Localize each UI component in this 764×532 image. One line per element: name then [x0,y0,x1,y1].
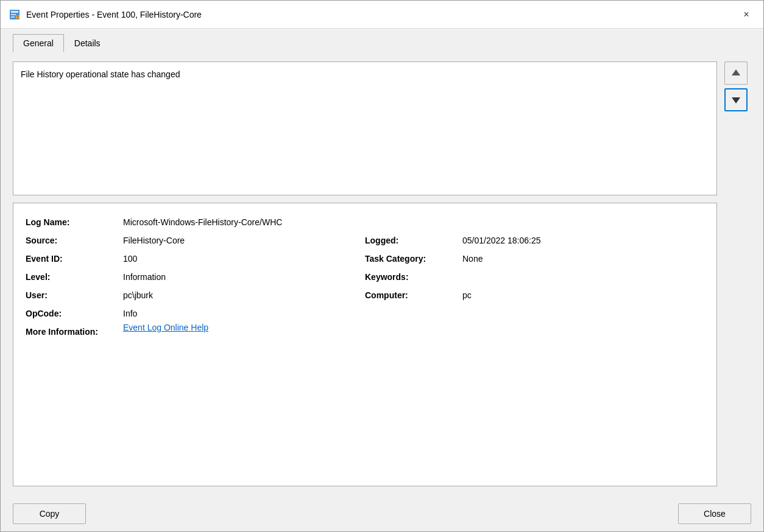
keywords-value [462,268,704,286]
opcode-value: Info [123,304,704,323]
title-bar-left: Event Properties - Event 100, FileHistor… [8,8,202,21]
source-label: Source: [26,231,123,250]
main-panel: File History operational state has chang… [13,61,751,486]
eventid-taskcategory-row: Event ID: 100 Task Category: None [26,250,704,268]
level-keywords-row: Level: Information Keywords: [26,268,704,286]
task-category-label: Task Category: [365,250,462,268]
svg-rect-1 [11,11,18,13]
event-properties-dialog: Event Properties - Event 100, FileHistor… [0,0,764,532]
log-name-value: Microsoft-Windows-FileHistory-Core/WHC [123,213,704,231]
title-bar: Event Properties - Event 100, FileHistor… [1,1,763,29]
opcode-label: OpCode: [26,304,123,323]
computer-value: pc [462,286,704,304]
tab-details[interactable]: Details [64,34,111,52]
user-label: User: [26,286,123,304]
svg-rect-3 [11,16,15,18]
log-name-label: Log Name: [26,213,123,231]
footer: Copy Close [1,496,763,531]
user-value: pc\jburk [123,286,365,304]
description-box: File History operational state has chang… [13,61,717,195]
svg-marker-7 [732,69,740,75]
log-name-row: Log Name: Microsoft-Windows-FileHistory-… [26,213,704,231]
details-panel: Log Name: Microsoft-Windows-FileHistory-… [13,203,717,486]
navigate-down-button[interactable] [724,88,748,111]
svg-rect-5 [18,16,18,17]
svg-marker-8 [732,97,740,103]
opcode-row: OpCode: Info [26,304,704,323]
level-value: Information [123,268,365,286]
tabs-bar: General Details [1,29,763,52]
source-logged-row: Source: FileHistory-Core Logged: 05/01/2… [26,231,704,250]
keywords-label: Keywords: [365,268,462,286]
source-value: FileHistory-Core [123,231,365,250]
event-id-label: Event ID: [26,250,123,268]
logged-value: 05/01/2022 18:06:25 [462,231,704,250]
more-info-row: More Information: Event Log Online Help [26,323,704,341]
task-category-value: None [462,250,704,268]
computer-label: Computer: [365,286,462,304]
left-panel: File History operational state has chang… [13,61,717,486]
svg-rect-6 [18,18,18,18]
close-title-button[interactable]: × [737,5,756,24]
user-computer-row: User: pc\jburk Computer: pc [26,286,704,304]
dialog-title: Event Properties - Event 100, FileHistor… [26,10,202,19]
side-navigation [724,61,751,486]
event-id-value: 100 [123,250,365,268]
logged-label: Logged: [365,231,462,250]
navigate-up-button[interactable] [724,61,748,85]
event-viewer-icon [8,8,21,21]
copy-button[interactable]: Copy [13,503,86,524]
event-log-online-help-link[interactable]: Event Log Online Help [123,323,704,341]
svg-rect-2 [11,14,16,15]
close-button[interactable]: Close [678,503,751,524]
description-text: File History operational state has chang… [21,69,180,79]
content-area: File History operational state has chang… [1,52,763,496]
level-label: Level: [26,268,123,286]
more-info-label: More Information: [26,323,123,341]
tab-general[interactable]: General [13,34,64,52]
